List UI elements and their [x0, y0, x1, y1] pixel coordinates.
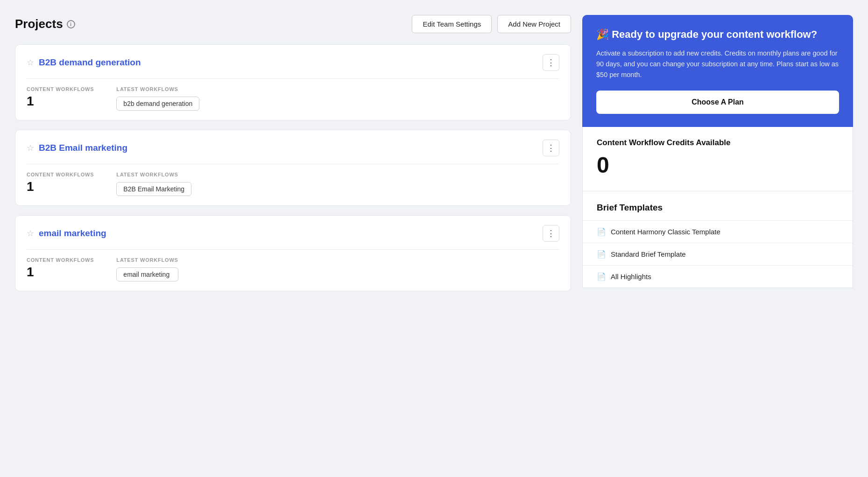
- credits-title: Content Workflow Credits Available: [597, 138, 839, 147]
- choose-plan-button[interactable]: Choose A Plan: [596, 91, 839, 114]
- project-card-b2b-email: ☆ B2B Email marketing ⋮ CONTENT WORKFLOW…: [15, 130, 571, 206]
- template-icon-2: 📄: [597, 272, 606, 281]
- content-workflows-label: CONTENT WORKFLOWS: [27, 86, 94, 92]
- content-workflows-stat: CONTENT WORKFLOWS 1: [27, 172, 94, 196]
- credits-value: 0: [597, 152, 839, 178]
- template-icon-1: 📄: [597, 250, 606, 259]
- left-panel: Projects i Edit Team Settings Add New Pr…: [15, 15, 571, 301]
- template-icon-0: 📄: [597, 227, 606, 236]
- project-name[interactable]: email marketing: [39, 228, 106, 238]
- brief-templates-card: Brief Templates 📄 Content Harmony Classi…: [582, 191, 853, 288]
- upgrade-title-text: Ready to upgrade your content workflow?: [612, 28, 817, 40]
- page-title: Projects: [15, 17, 63, 31]
- upgrade-card: 🎉 Ready to upgrade your content workflow…: [582, 15, 853, 127]
- template-item-1[interactable]: 📄 Standard Brief Template: [583, 243, 853, 265]
- latest-workflows-stat: LATEST WORKFLOWS b2b demand generation: [116, 86, 199, 111]
- latest-workflows-label: LATEST WORKFLOWS: [116, 172, 191, 177]
- page-header: Projects i Edit Team Settings Add New Pr…: [15, 15, 571, 33]
- project-stats: CONTENT WORKFLOWS 1 LATEST WORKFLOWS b2b…: [15, 79, 571, 120]
- project-stats: CONTENT WORKFLOWS 1 LATEST WORKFLOWS B2B…: [15, 164, 571, 205]
- workflow-badge[interactable]: email marketing: [116, 267, 178, 281]
- project-card-email-marketing: ☆ email marketing ⋮ CONTENT WORKFLOWS 1 …: [15, 215, 571, 291]
- project-card-b2b-demand: ☆ B2B demand generation ⋮ CONTENT WORKFL…: [15, 44, 571, 120]
- latest-workflows-label: LATEST WORKFLOWS: [116, 86, 199, 92]
- star-icon[interactable]: ☆: [27, 57, 34, 68]
- project-name[interactable]: B2B Email marketing: [39, 143, 127, 153]
- project-card-header: ☆ B2B demand generation ⋮: [15, 45, 571, 78]
- party-icon: 🎉: [596, 28, 609, 40]
- content-workflows-count: 1: [27, 265, 94, 280]
- star-icon[interactable]: ☆: [27, 143, 34, 153]
- content-workflows-stat: CONTENT WORKFLOWS 1: [27, 86, 94, 111]
- upgrade-title: 🎉 Ready to upgrade your content workflow…: [596, 28, 839, 42]
- workflow-badge[interactable]: b2b demand generation: [116, 97, 199, 111]
- project-card-header: ☆ B2B Email marketing ⋮: [15, 130, 571, 164]
- title-group: Projects i: [15, 17, 75, 31]
- right-panel: 🎉 Ready to upgrade your content workflow…: [582, 15, 853, 301]
- edit-team-settings-button[interactable]: Edit Team Settings: [412, 15, 492, 33]
- project-menu-button[interactable]: ⋮: [543, 140, 559, 156]
- latest-workflows-stat: LATEST WORKFLOWS email marketing: [116, 257, 178, 281]
- content-workflows-label: CONTENT WORKFLOWS: [27, 172, 94, 177]
- content-workflows-label: CONTENT WORKFLOWS: [27, 257, 94, 263]
- projects-list: ☆ B2B demand generation ⋮ CONTENT WORKFL…: [15, 44, 571, 291]
- project-name[interactable]: B2B demand generation: [39, 57, 141, 68]
- content-workflows-stat: CONTENT WORKFLOWS 1: [27, 257, 94, 281]
- project-card-header: ☆ email marketing ⋮: [15, 216, 571, 249]
- latest-workflows-label: LATEST WORKFLOWS: [116, 257, 178, 263]
- info-icon: i: [67, 20, 75, 28]
- project-title-group: ☆ B2B Email marketing: [27, 143, 127, 153]
- workflow-badge[interactable]: B2B Email Marketing: [116, 182, 191, 196]
- project-title-group: ☆ B2B demand generation: [27, 57, 141, 68]
- template-name-1: Standard Brief Template: [611, 250, 686, 258]
- header-buttons: Edit Team Settings Add New Project: [412, 15, 571, 33]
- project-menu-button[interactable]: ⋮: [543, 225, 559, 242]
- content-workflows-count: 1: [27, 94, 94, 109]
- brief-templates-header: Brief Templates: [583, 191, 853, 220]
- project-title-group: ☆ email marketing: [27, 228, 106, 238]
- project-menu-button[interactable]: ⋮: [543, 54, 559, 71]
- content-workflows-count: 1: [27, 179, 94, 194]
- star-icon[interactable]: ☆: [27, 228, 34, 238]
- upgrade-description: Activate a subscription to add new credi…: [596, 48, 839, 81]
- template-item-0[interactable]: 📄 Content Harmony Classic Template: [583, 220, 853, 243]
- credits-card: Content Workflow Credits Available 0: [582, 127, 853, 191]
- template-item-2[interactable]: 📄 All Highlights: [583, 265, 853, 288]
- latest-workflows-stat: LATEST WORKFLOWS B2B Email Marketing: [116, 172, 191, 196]
- template-name-2: All Highlights: [611, 273, 651, 281]
- template-name-0: Content Harmony Classic Template: [611, 228, 720, 236]
- add-new-project-button[interactable]: Add New Project: [497, 15, 571, 33]
- project-stats: CONTENT WORKFLOWS 1 LATEST WORKFLOWS ema…: [15, 250, 571, 291]
